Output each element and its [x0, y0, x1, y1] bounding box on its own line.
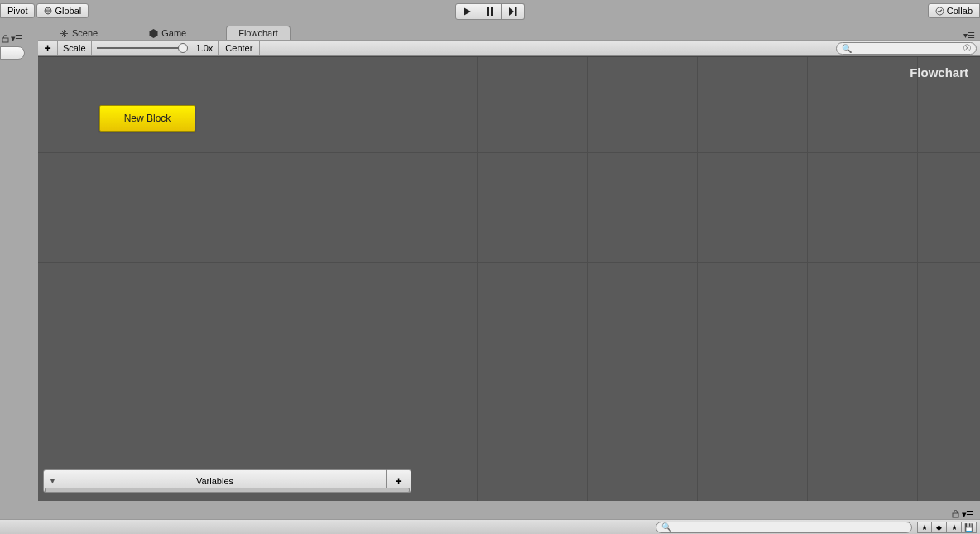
- project-search[interactable]: 🔍: [656, 522, 912, 533]
- variables-panel: ▼ Variables +: [43, 469, 411, 493]
- filter-type-button[interactable]: ◆: [932, 522, 947, 533]
- scale-value: 1.0x: [191, 41, 219, 55]
- center-button[interactable]: Center: [219, 41, 260, 55]
- global-button[interactable]: Global: [36, 3, 89, 18]
- tab-scene-label: Scene: [72, 28, 98, 38]
- pivot-label: Pivot: [7, 6, 27, 16]
- panel-lock-row: ▾☰: [2, 33, 22, 44]
- variables-label: Variables: [196, 476, 233, 486]
- global-label: Global: [55, 6, 81, 16]
- hierarchy-panel-strip: ▾☰: [0, 23, 38, 509]
- center-label: Center: [225, 43, 252, 53]
- lock-icon[interactable]: [952, 510, 959, 518]
- tab-game[interactable]: Game: [137, 26, 198, 40]
- filter-buttons: ★ ◆ ★ 💾: [917, 522, 977, 533]
- variables-scrollbar[interactable]: [45, 488, 410, 493]
- scale-slider[interactable]: [92, 41, 191, 55]
- tab-scene[interactable]: Scene: [48, 26, 109, 40]
- tab-options-icon[interactable]: ▾☰: [963, 31, 975, 40]
- scale-label: Scale: [58, 41, 92, 55]
- play-button[interactable]: [455, 3, 478, 20]
- game-icon: [149, 29, 158, 38]
- panel-menu-icon[interactable]: ▾☰: [11, 33, 22, 44]
- flowchart-canvas[interactable]: Flowchart New Block ▼ Variables +: [38, 56, 980, 501]
- project-toolbar: 🔍 ★ ◆ ★ 💾: [0, 519, 980, 534]
- panel-dropdown-stub[interactable]: [0, 46, 25, 60]
- chevron-down-icon: ▼: [49, 477, 56, 485]
- playback-controls: [455, 3, 525, 20]
- tab-flowchart[interactable]: Flowchart: [226, 26, 291, 40]
- flowchart-block[interactable]: New Block: [99, 105, 195, 132]
- plus-icon: +: [44, 41, 50, 55]
- main-toolbar: Pivot Global Collab: [0, 0, 980, 23]
- flowchart-toolbar: + Scale 1.0x Center 🔍 ⓧ: [38, 40, 980, 56]
- check-circle-icon: [935, 7, 944, 16]
- svg-rect-1: [487, 7, 489, 16]
- collab-button[interactable]: Collab: [928, 3, 980, 18]
- add-block-button[interactable]: +: [38, 41, 58, 55]
- canvas-title: Flowchart: [910, 65, 968, 79]
- clear-search-icon[interactable]: ⓧ: [963, 43, 971, 54]
- panel-lock-row-2: ▾☰: [952, 509, 973, 520]
- filter-favorites-button[interactable]: ★: [917, 522, 932, 533]
- star-icon: ★: [921, 523, 928, 532]
- slider-track: [97, 47, 186, 49]
- pause-button[interactable]: [478, 3, 502, 20]
- flowchart-search[interactable]: 🔍 ⓧ: [836, 42, 977, 55]
- search-icon: 🔍: [842, 44, 852, 53]
- pivot-button[interactable]: Pivot: [0, 3, 35, 18]
- svg-rect-2: [491, 7, 493, 16]
- globe-icon: [44, 7, 52, 15]
- block-label: New Block: [124, 113, 171, 124]
- tool-handle-group: Pivot Global: [0, 3, 89, 18]
- svg-rect-5: [2, 38, 8, 42]
- svg-rect-3: [515, 7, 517, 16]
- collab-label: Collab: [947, 6, 973, 16]
- tag-icon: ◆: [936, 523, 942, 532]
- save-icon: 💾: [964, 523, 973, 532]
- slider-thumb[interactable]: [178, 43, 188, 53]
- filter-label-button[interactable]: ★: [947, 522, 962, 533]
- step-button[interactable]: [502, 3, 525, 20]
- search-icon: 🔍: [661, 522, 671, 532]
- svg-rect-6: [953, 513, 958, 517]
- tab-flowchart-label: Flowchart: [238, 28, 278, 38]
- label-icon: ★: [951, 523, 958, 532]
- editor-tabs: Scene Game Flowchart ▾☰: [38, 25, 980, 40]
- panel-menu-icon[interactable]: ▾☰: [962, 509, 973, 520]
- save-search-button[interactable]: 💾: [962, 522, 977, 533]
- plus-icon: +: [395, 474, 401, 488]
- lock-icon[interactable]: [2, 35, 9, 43]
- tab-game-label: Game: [161, 28, 186, 38]
- scene-icon: [60, 29, 69, 38]
